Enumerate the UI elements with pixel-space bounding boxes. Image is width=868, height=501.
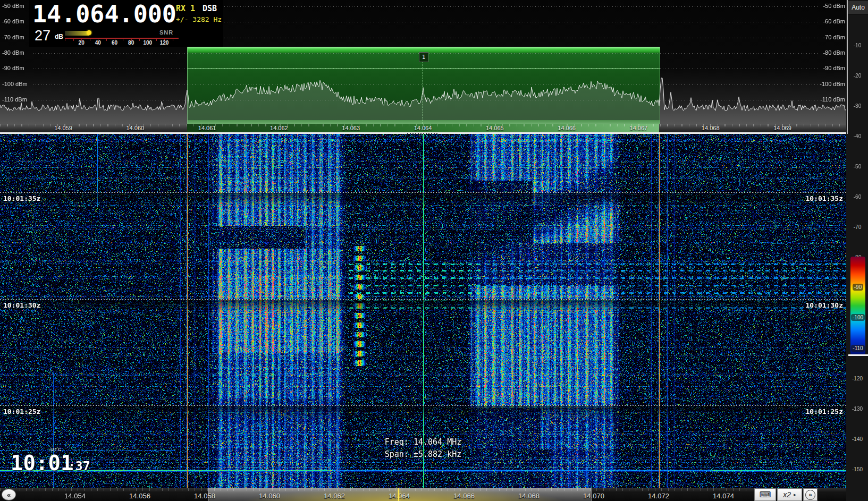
axis-freq-label: 14.069 [773,125,791,131]
dbm-label-left: -50 dBm [2,3,24,9]
axis-freq-label: 14.068 [702,125,720,131]
db-scale-label: -150 [849,466,865,472]
db-scale-label: -40 [849,133,865,139]
db-scale-label: -140 [849,436,865,442]
dbm-label-right: -110 dBm [803,96,845,103]
waterfall-span-overlay: Span: ±5.882 kHz [317,449,529,459]
scrollbar-freq-label: 14.056 [129,492,150,500]
snr-scale-number: 100 [143,40,152,46]
noise-floor-line[interactable] [848,354,868,356]
timestamp-label-left: 10:01:25z [3,407,40,415]
mode-label[interactable]: DSB [203,4,217,13]
snr-scale-number: 60 [112,40,117,46]
double-right-arrow-icon: » [805,490,815,500]
timestamp-band [0,192,846,206]
scroll-right-button[interactable]: » [803,488,818,501]
timestamp-dotted-line [0,299,846,300]
snr-scale-number: 120 [160,40,169,46]
rx-label: RX 1 [176,4,195,13]
scrollbar-freq-label: 14.054 [64,492,86,500]
scrollbar-freq-label: 14.074 [713,492,734,500]
frequency-display[interactable]: 14.064.000 [32,0,176,28]
scrollbar-freq-label: 14.066 [453,492,475,500]
dbm-label-left: -80 dBm [2,49,24,56]
dbm-label-right: -60 dBm [803,18,845,24]
dbm-label-right: -80 dBm [803,49,845,56]
snr-meter-dot [87,30,91,35]
zoom-level-label: x2 [783,490,791,499]
rx-marker-flag[interactable]: 1 [419,52,428,62]
scale-separator-line [847,0,848,134]
dbm-label-left: -60 dBm [2,18,24,24]
timestamp-dotted-line [0,192,846,193]
snr-scale-number: 20 [79,40,85,46]
double-left-arrow-icon: « [7,491,11,499]
dbm-label-right: -100 dBm [803,81,845,87]
axis-freq-label: 14.060 [126,125,144,131]
timestamp-band [0,299,846,313]
dbm-label-left: -100 dBm [2,81,28,87]
waterfall-frequency-overlay: Freq: 14.064 MHz [317,437,529,447]
colorbar-label: -110 [850,345,865,351]
db-scale-label: -50 [849,164,865,169]
keyboard-icon: ⌨ [760,490,771,499]
snr-label: SNR [159,29,173,36]
scrollbar-freq-label: 14.072 [648,492,669,500]
snr-scale-number: 40 [95,40,101,46]
db-scale-label: -10 [849,43,865,48]
tuned-frequency-marker[interactable] [398,488,399,501]
scrollbar-freq-label: 14.068 [518,492,540,500]
tuned-frequency-dashed-line [423,62,423,124]
scrollbar-freq-label: 14.064 [389,492,410,500]
timestamp-label-right: 10:01:35z [765,194,843,202]
scroll-left-button[interactable]: « [2,489,16,500]
dbm-label-left: -110 dBm [2,96,27,103]
keyboard-button[interactable]: ⌨ [754,488,776,501]
axis-freq-label: 14.059 [54,125,72,131]
vfo-panel: 14.064.000 RX 1 DSB +/- 3282 Hz 27 dB 20… [29,0,223,47]
axis-freq-label: 14.064 [414,125,432,131]
scrollbar-freq-label: 14.060 [259,492,280,500]
auto-button[interactable]: Auto [848,1,868,14]
timestamp-band [0,405,846,419]
spectrum-frequency-axis[interactable]: 14.05914.06014.06114.06214.06314.06414.0… [0,124,846,132]
dbm-label-right: -90 dBm [803,65,845,71]
axis-freq-label: 14.063 [342,125,360,131]
waterfall-colorbar[interactable] [850,257,865,355]
db-scale-label: -120 [849,376,865,381]
dbm-label-right: -70 dBm [803,34,845,40]
dbm-label-right: -50 dBm [803,3,845,9]
timestamp-dotted-line [0,405,846,406]
db-scale-label: -30 [849,103,865,109]
scrollbar-freq-label: 14.058 [194,492,215,500]
frequency-scrollbar[interactable]: 14.05414.05614.05814.06014.06214.06414.0… [0,488,868,501]
snr-scale-number: 80 [128,40,134,46]
axis-freq-label: 14.061 [198,125,216,131]
bandwidth-label: +/- 3282 Hz [176,15,222,23]
colorbar-label: -90 [850,284,865,290]
db-scale-label: -70 [849,224,865,230]
scrollbar-freq-label: 14.062 [324,492,345,500]
timestamp-label-left: 10:01:35z [3,194,40,202]
timestamp-label-right: 10:01:25z [765,407,843,415]
snr-value: 27 [35,28,50,44]
axis-freq-label: 14.067 [630,125,648,131]
zoom-x2-button[interactable]: x2 ▸ [777,488,802,501]
axis-freq-label: 14.062 [270,125,288,131]
dropdown-arrow-icon: ▸ [794,492,796,497]
colorbar-label: -100 [850,315,865,320]
db-scale-label: -60 [849,194,865,200]
axis-freq-label: 14.065 [486,125,504,131]
dbm-label-left: -90 dBm [2,65,24,71]
db-scale-label: -20 [849,73,865,79]
timestamp-label-right: 10:01:30z [765,301,843,309]
axis-freq-label: 14.066 [558,125,576,131]
timestamp-label-left: 10:01:30z [3,301,40,309]
clock-time: 10:01 [11,451,73,475]
scrollbar-freq-label: 14.070 [583,492,604,500]
snr-meter-bar [65,31,89,36]
clock-seconds: :37 [68,459,90,473]
snr-unit: dB [55,33,63,40]
db-scale-label: -130 [849,406,865,412]
waterfall-panel[interactable]: 10:01:35z10:01:35z10:01:30z10:01:30z10:0… [0,134,846,488]
